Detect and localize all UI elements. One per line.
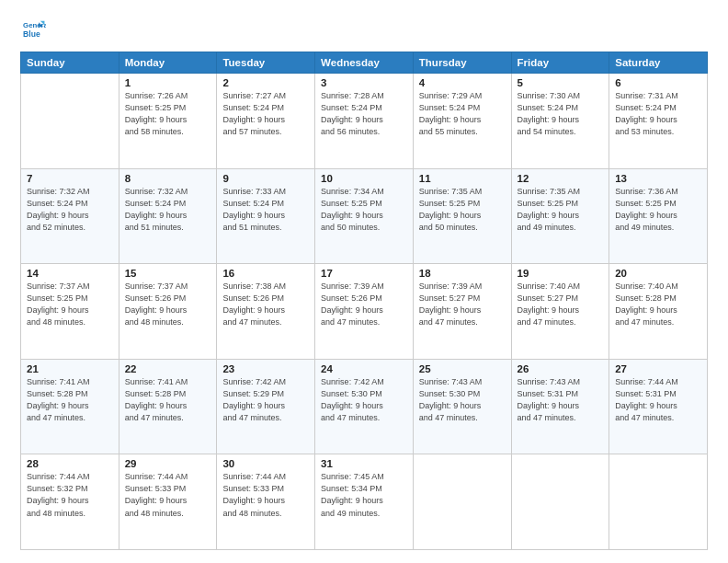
day-number: 8: [125, 173, 211, 184]
weekday-saturday: Saturday: [609, 52, 708, 74]
calendar-cell: 15Sunrise: 7:37 AM Sunset: 5:26 PM Dayli…: [119, 264, 217, 360]
day-number: 1: [125, 77, 211, 88]
day-info: Sunrise: 7:35 AM Sunset: 5:25 PM Dayligh…: [419, 186, 506, 234]
calendar-cell: 20Sunrise: 7:40 AM Sunset: 5:28 PM Dayli…: [609, 264, 708, 360]
week-row-5: 28Sunrise: 7:44 AM Sunset: 5:32 PM Dayli…: [21, 454, 708, 550]
day-info: Sunrise: 7:45 AM Sunset: 5:34 PM Dayligh…: [321, 471, 407, 519]
day-info: Sunrise: 7:34 AM Sunset: 5:25 PM Dayligh…: [321, 186, 407, 234]
calendar-cell: 29Sunrise: 7:44 AM Sunset: 5:33 PM Dayli…: [119, 454, 217, 550]
header: General Blue: [20, 17, 708, 42]
day-info: Sunrise: 7:29 AM Sunset: 5:24 PM Dayligh…: [419, 90, 506, 138]
day-info: Sunrise: 7:44 AM Sunset: 5:33 PM Dayligh…: [125, 471, 211, 519]
weekday-monday: Monday: [119, 52, 217, 74]
weekday-tuesday: Tuesday: [217, 52, 315, 74]
day-info: Sunrise: 7:41 AM Sunset: 5:28 PM Dayligh…: [125, 376, 211, 424]
day-info: Sunrise: 7:31 AM Sunset: 5:24 PM Dayligh…: [615, 90, 701, 138]
day-number: 11: [419, 173, 506, 184]
day-number: 17: [321, 268, 407, 279]
calendar-cell: 1Sunrise: 7:26 AM Sunset: 5:25 PM Daylig…: [119, 74, 217, 169]
day-number: 15: [125, 268, 211, 279]
calendar-cell: 17Sunrise: 7:39 AM Sunset: 5:26 PM Dayli…: [315, 264, 414, 360]
week-row-4: 21Sunrise: 7:41 AM Sunset: 5:28 PM Dayli…: [21, 359, 708, 454]
day-number: 30: [222, 458, 309, 469]
weekday-wednesday: Wednesday: [315, 52, 414, 74]
weekday-sunday: Sunday: [21, 52, 119, 74]
day-info: Sunrise: 7:28 AM Sunset: 5:24 PM Dayligh…: [321, 90, 407, 138]
day-number: 19: [518, 268, 604, 279]
day-info: Sunrise: 7:32 AM Sunset: 5:24 PM Dayligh…: [27, 186, 113, 234]
day-number: 23: [222, 363, 309, 374]
day-info: Sunrise: 7:40 AM Sunset: 5:28 PM Dayligh…: [615, 281, 701, 328]
day-number: 22: [125, 363, 211, 374]
day-info: Sunrise: 7:40 AM Sunset: 5:27 PM Dayligh…: [518, 281, 604, 328]
day-number: 5: [518, 77, 604, 88]
calendar-cell: 28Sunrise: 7:44 AM Sunset: 5:32 PM Dayli…: [21, 454, 119, 550]
calendar-cell: 9Sunrise: 7:33 AM Sunset: 5:24 PM Daylig…: [217, 168, 315, 264]
day-number: 6: [615, 77, 701, 88]
calendar-cell: [511, 454, 609, 550]
day-number: 14: [27, 268, 113, 279]
calendar-cell: 14Sunrise: 7:37 AM Sunset: 5:25 PM Dayli…: [21, 264, 119, 360]
week-row-1: 1Sunrise: 7:26 AM Sunset: 5:25 PM Daylig…: [21, 74, 708, 169]
day-info: Sunrise: 7:42 AM Sunset: 5:29 PM Dayligh…: [222, 376, 309, 424]
day-info: Sunrise: 7:37 AM Sunset: 5:26 PM Dayligh…: [125, 281, 211, 328]
day-number: 20: [615, 268, 701, 279]
svg-text:Blue: Blue: [23, 29, 40, 39]
day-number: 28: [27, 458, 113, 469]
day-info: Sunrise: 7:39 AM Sunset: 5:26 PM Dayligh…: [321, 281, 407, 328]
day-info: Sunrise: 7:41 AM Sunset: 5:28 PM Dayligh…: [27, 376, 113, 424]
calendar-cell: 26Sunrise: 7:43 AM Sunset: 5:31 PM Dayli…: [511, 359, 609, 454]
day-number: 7: [27, 173, 113, 184]
calendar-cell: 5Sunrise: 7:30 AM Sunset: 5:24 PM Daylig…: [511, 74, 609, 169]
calendar-cell: 25Sunrise: 7:43 AM Sunset: 5:30 PM Dayli…: [413, 359, 511, 454]
day-number: 31: [321, 458, 407, 469]
day-info: Sunrise: 7:33 AM Sunset: 5:24 PM Dayligh…: [222, 186, 309, 234]
day-info: Sunrise: 7:30 AM Sunset: 5:24 PM Dayligh…: [518, 90, 604, 138]
day-info: Sunrise: 7:36 AM Sunset: 5:25 PM Dayligh…: [615, 186, 701, 234]
day-number: 4: [419, 77, 506, 88]
day-info: Sunrise: 7:44 AM Sunset: 5:31 PM Dayligh…: [615, 376, 701, 424]
calendar-cell: 8Sunrise: 7:32 AM Sunset: 5:24 PM Daylig…: [119, 168, 217, 264]
calendar-cell: 12Sunrise: 7:35 AM Sunset: 5:25 PM Dayli…: [511, 168, 609, 264]
calendar-cell: 10Sunrise: 7:34 AM Sunset: 5:25 PM Dayli…: [315, 168, 414, 264]
calendar-cell: 21Sunrise: 7:41 AM Sunset: 5:28 PM Dayli…: [21, 359, 119, 454]
calendar-cell: 16Sunrise: 7:38 AM Sunset: 5:26 PM Dayli…: [217, 264, 315, 360]
weekday-header-row: SundayMondayTuesdayWednesdayThursdayFrid…: [21, 52, 708, 74]
calendar-cell: 2Sunrise: 7:27 AM Sunset: 5:24 PM Daylig…: [217, 74, 315, 169]
calendar-cell: 22Sunrise: 7:41 AM Sunset: 5:28 PM Dayli…: [119, 359, 217, 454]
week-row-2: 7Sunrise: 7:32 AM Sunset: 5:24 PM Daylig…: [21, 168, 708, 264]
day-info: Sunrise: 7:26 AM Sunset: 5:25 PM Dayligh…: [125, 90, 211, 138]
calendar-cell: 23Sunrise: 7:42 AM Sunset: 5:29 PM Dayli…: [217, 359, 315, 454]
day-info: Sunrise: 7:43 AM Sunset: 5:31 PM Dayligh…: [518, 376, 604, 424]
calendar-cell: 30Sunrise: 7:44 AM Sunset: 5:33 PM Dayli…: [217, 454, 315, 550]
day-number: 21: [27, 363, 113, 374]
day-number: 18: [419, 268, 506, 279]
logo: General Blue: [20, 17, 51, 42]
day-number: 3: [321, 77, 407, 88]
calendar-cell: 4Sunrise: 7:29 AM Sunset: 5:24 PM Daylig…: [413, 74, 511, 169]
calendar-cell: [413, 454, 511, 550]
calendar-cell: 27Sunrise: 7:44 AM Sunset: 5:31 PM Dayli…: [609, 359, 708, 454]
calendar-cell: 11Sunrise: 7:35 AM Sunset: 5:25 PM Dayli…: [413, 168, 511, 264]
calendar-cell: 13Sunrise: 7:36 AM Sunset: 5:25 PM Dayli…: [609, 168, 708, 264]
calendar-cell: 6Sunrise: 7:31 AM Sunset: 5:24 PM Daylig…: [609, 74, 708, 169]
day-number: 13: [615, 173, 701, 184]
logo-icon: General Blue: [20, 17, 46, 42]
calendar-cell: [21, 74, 119, 169]
calendar-table: SundayMondayTuesdayWednesdayThursdayFrid…: [20, 52, 708, 550]
day-info: Sunrise: 7:44 AM Sunset: 5:32 PM Dayligh…: [27, 471, 113, 519]
weekday-friday: Friday: [511, 52, 609, 74]
day-number: 16: [222, 268, 309, 279]
day-info: Sunrise: 7:42 AM Sunset: 5:30 PM Dayligh…: [321, 376, 407, 424]
day-info: Sunrise: 7:38 AM Sunset: 5:26 PM Dayligh…: [222, 281, 309, 328]
day-number: 10: [321, 173, 407, 184]
calendar-cell: 18Sunrise: 7:39 AM Sunset: 5:27 PM Dayli…: [413, 264, 511, 360]
day-number: 9: [222, 173, 309, 184]
day-number: 24: [321, 363, 407, 374]
day-info: Sunrise: 7:44 AM Sunset: 5:33 PM Dayligh…: [222, 471, 309, 519]
day-number: 25: [419, 363, 506, 374]
day-number: 27: [615, 363, 701, 374]
day-number: 29: [125, 458, 211, 469]
day-info: Sunrise: 7:27 AM Sunset: 5:24 PM Dayligh…: [222, 90, 309, 138]
day-info: Sunrise: 7:39 AM Sunset: 5:27 PM Dayligh…: [419, 281, 506, 328]
